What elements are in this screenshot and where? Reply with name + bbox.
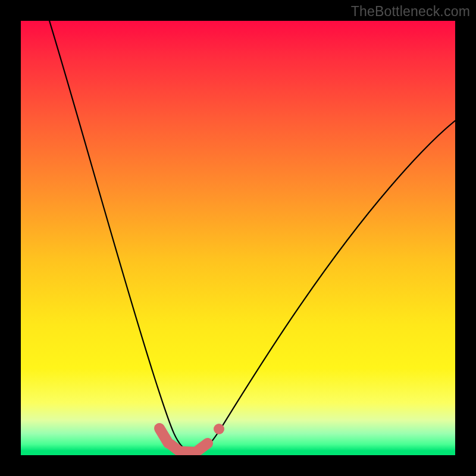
watermark-text: TheBottleneck.com bbox=[351, 4, 470, 20]
svg-point-0 bbox=[214, 424, 224, 434]
bottleneck-curve bbox=[48, 21, 455, 453]
chart-frame: TheBottleneck.com bbox=[0, 0, 476, 476]
plot-area bbox=[21, 21, 455, 455]
bottleneck-curve-svg bbox=[21, 21, 455, 455]
